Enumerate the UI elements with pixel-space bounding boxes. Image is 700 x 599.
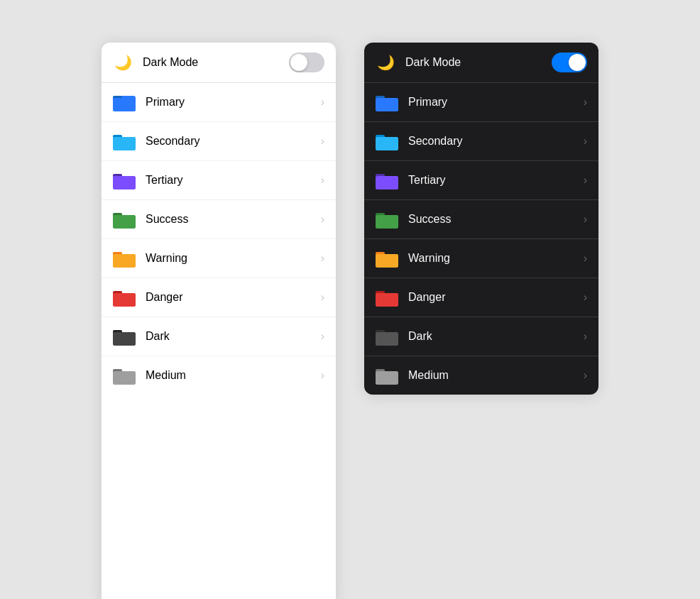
folder-icon-warning-dark	[376, 248, 398, 268]
svg-rect-23	[113, 371, 136, 385]
list-item-danger-light[interactable]: Danger ›	[102, 278, 336, 317]
svg-rect-32	[376, 176, 398, 189]
folder-icon-secondary-light	[113, 131, 136, 151]
svg-rect-8	[113, 176, 136, 189]
list-item-success-light[interactable]: Success ›	[102, 200, 336, 239]
folder-icon-primary-dark	[376, 92, 398, 112]
folder-icon-tertiary-dark	[376, 170, 398, 190]
list-item-secondary-dark[interactable]: Secondary ›	[364, 122, 598, 161]
dark-panel: 🌙 Dark Mode Primary ›	[364, 43, 598, 395]
chevron-medium-light: ›	[321, 369, 324, 382]
chevron-medium-dark: ›	[584, 369, 587, 382]
toggle-knob-dark	[569, 54, 586, 71]
item-label-success-dark: Success	[408, 213, 584, 226]
svg-rect-5	[113, 137, 136, 150]
chevron-warning-light: ›	[321, 252, 324, 265]
svg-rect-41	[376, 293, 398, 307]
list-item-medium-dark[interactable]: Medium ›	[364, 356, 598, 395]
svg-rect-14	[113, 254, 136, 268]
dark-mode-toggle-light[interactable]	[289, 53, 324, 72]
list-item-warning-light[interactable]: Warning ›	[102, 239, 336, 278]
chevron-tertiary-dark: ›	[584, 174, 587, 187]
list-dark: Primary › Secondary ›	[364, 83, 598, 395]
item-label-primary-light: Primary	[146, 96, 321, 109]
folder-icon-dark-light	[113, 326, 136, 346]
chevron-danger-light: ›	[321, 291, 324, 304]
chevron-danger-dark: ›	[584, 291, 587, 304]
chevron-secondary-dark: ›	[584, 135, 587, 148]
folder-icon-success-dark	[376, 209, 398, 229]
dark-mode-row-dark[interactable]: 🌙 Dark Mode	[364, 43, 598, 83]
svg-rect-29	[376, 137, 398, 150]
item-label-warning-dark: Warning	[408, 252, 584, 265]
svg-rect-17	[113, 293, 136, 307]
moon-icon-dark: 🌙	[376, 54, 395, 71]
item-label-tertiary-dark: Tertiary	[408, 174, 584, 187]
item-label-secondary-dark: Secondary	[408, 135, 584, 148]
folder-icon-tertiary-light	[113, 170, 136, 190]
item-label-medium-light: Medium	[146, 369, 321, 382]
chevron-primary-light: ›	[321, 96, 324, 109]
chevron-dark-dark: ›	[584, 330, 587, 343]
dark-mode-toggle-dark[interactable]	[552, 53, 587, 72]
chevron-tertiary-light: ›	[321, 174, 324, 187]
svg-rect-35	[376, 215, 398, 229]
list-item-primary-light[interactable]: Primary ›	[102, 83, 336, 122]
list-item-medium-light[interactable]: Medium ›	[102, 356, 336, 395]
item-label-danger-light: Danger	[146, 291, 321, 304]
folder-icon-dark-dark	[376, 326, 398, 346]
item-label-dark-dark: Dark	[408, 330, 584, 343]
svg-rect-11	[113, 215, 136, 229]
item-label-secondary-light: Secondary	[146, 135, 321, 148]
item-label-dark-light: Dark	[146, 330, 321, 343]
light-panel: 🌙 Dark Mode Primary ›	[102, 43, 336, 599]
chevron-success-light: ›	[321, 213, 324, 226]
folder-icon-primary-light	[113, 92, 136, 112]
chevron-dark-light: ›	[321, 330, 324, 343]
moon-icon-light: 🌙	[113, 54, 133, 71]
svg-rect-44	[376, 332, 398, 346]
folder-icon-warning-light	[113, 248, 136, 268]
svg-rect-47	[376, 371, 398, 385]
svg-rect-38	[376, 254, 398, 268]
toggle-knob-light	[290, 54, 307, 71]
folder-icon-danger-light	[113, 287, 136, 307]
list-item-dark-dark[interactable]: Dark ›	[364, 317, 598, 356]
item-label-primary-dark: Primary	[408, 96, 584, 109]
svg-rect-20	[113, 332, 136, 346]
extra-space-light	[102, 395, 336, 599]
item-label-medium-dark: Medium	[408, 369, 584, 382]
chevron-primary-dark: ›	[584, 96, 587, 109]
dark-mode-label-dark: Dark Mode	[405, 56, 552, 69]
list-item-warning-dark[interactable]: Warning ›	[364, 239, 598, 278]
list-item-primary-dark[interactable]: Primary ›	[364, 83, 598, 122]
chevron-success-dark: ›	[584, 213, 587, 226]
list-light: Primary › Secondary ›	[102, 83, 336, 395]
item-label-tertiary-light: Tertiary	[146, 174, 321, 187]
dark-mode-label-light: Dark Mode	[143, 56, 289, 69]
folder-icon-secondary-dark	[376, 131, 398, 151]
svg-rect-26	[376, 98, 398, 111]
list-item-dark-light[interactable]: Dark ›	[102, 317, 336, 356]
chevron-warning-dark: ›	[584, 252, 587, 265]
list-item-danger-dark[interactable]: Danger ›	[364, 278, 598, 317]
list-item-secondary-light[interactable]: Secondary ›	[102, 122, 336, 161]
folder-icon-medium-dark	[376, 366, 398, 385]
list-item-tertiary-dark[interactable]: Tertiary ›	[364, 161, 598, 200]
folder-icon-danger-dark	[376, 287, 398, 307]
chevron-secondary-light: ›	[321, 135, 324, 148]
list-item-tertiary-light[interactable]: Tertiary ›	[102, 161, 336, 200]
dark-mode-row-light[interactable]: 🌙 Dark Mode	[102, 43, 336, 83]
folder-icon-medium-light	[113, 366, 136, 385]
svg-rect-2	[113, 98, 136, 111]
item-label-warning-light: Warning	[146, 252, 321, 265]
item-label-success-light: Success	[146, 213, 321, 226]
folder-icon-success-light	[113, 209, 136, 229]
item-label-danger-dark: Danger	[408, 291, 584, 304]
list-item-success-dark[interactable]: Success ›	[364, 200, 598, 239]
